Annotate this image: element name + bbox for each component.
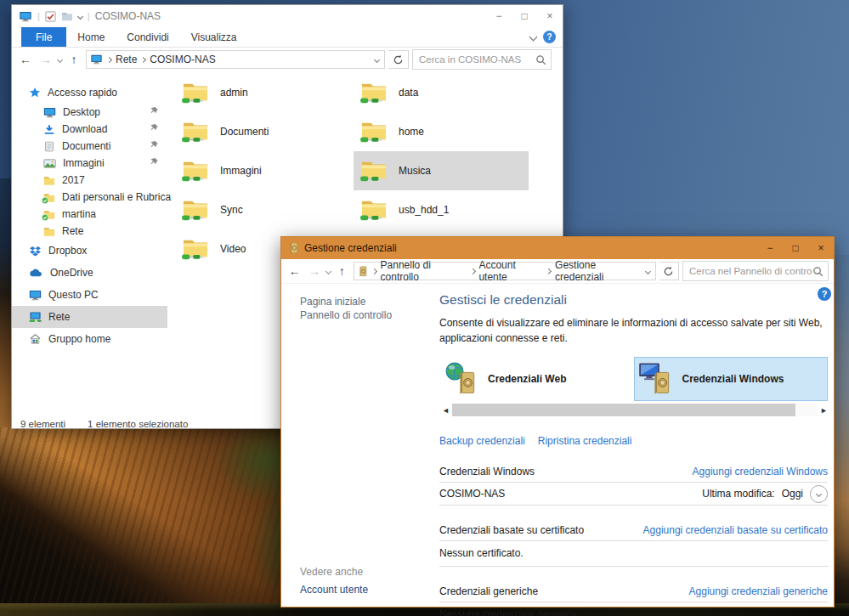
section-title: Credenziali basate su certificato [439, 524, 584, 536]
sidebar-item-dati-personali[interactable]: Dati personali e Rubrica [12, 189, 167, 206]
refresh-icon [663, 266, 674, 277]
forward-button: → [306, 264, 322, 278]
folder-item-immagini[interactable]: Immagini [175, 151, 350, 190]
up-button[interactable]: ↑ [65, 53, 82, 66]
search-input[interactable]: Cerca nel Pannello di controllo [682, 261, 829, 281]
web-credentials-icon [444, 360, 481, 398]
help-icon[interactable]: ? [543, 31, 556, 43]
credential-manager-icon [288, 242, 299, 254]
page-title: Gestisci le credenziali [439, 292, 828, 308]
page-description: Consente di visualizzare ed eliminare le… [439, 315, 828, 346]
breadcrumb-item-account-utente[interactable]: Account utente [478, 259, 542, 283]
pin-icon [150, 123, 159, 133]
sidebar-item-dropbox[interactable]: Dropbox [12, 240, 167, 262]
properties-checkbox-icon[interactable] [45, 11, 56, 22]
sidebar-item-desktop[interactable]: Desktop [12, 104, 167, 121]
breadcrumb[interactable]: Rete COSIMO-NAS [86, 50, 385, 69]
explorer-titlebar[interactable]: | | COSIMO-NAS − □ × [12, 5, 563, 27]
modified-label: Ultima modifica: [702, 488, 774, 500]
dropbox-icon [29, 246, 42, 257]
backup-credentials-link[interactable]: Backup credenziali [439, 435, 525, 447]
search-placeholder: Cerca nel Pannello di controllo [683, 266, 812, 276]
control-panel-icon [358, 266, 368, 277]
folder-item-sync[interactable]: Sync [175, 190, 350, 229]
add-certificate-credential-link[interactable]: Aggiungi credenziali basate su certifica… [643, 524, 828, 536]
back-button[interactable]: ← [286, 264, 303, 278]
window-title: COSIMO-NAS [95, 10, 161, 22]
close-button[interactable]: × [537, 5, 563, 27]
minimize-button[interactable]: − [757, 237, 783, 259]
credential-type-tiles: Credenziali Web Credenziali Windows [439, 357, 828, 401]
add-windows-credential-link[interactable]: Aggiungi credenziali Windows [693, 466, 828, 478]
windows-credentials-tile[interactable]: Credenziali Windows [634, 357, 829, 401]
recent-locations-chevron-icon[interactable] [325, 268, 331, 274]
expand-ribbon-chevron-icon[interactable] [524, 27, 543, 47]
folder-item-data[interactable]: data [354, 73, 529, 112]
sidebar-item-accesso-rapido[interactable]: Accesso rapido [12, 82, 167, 104]
network-folder-icon [359, 80, 388, 105]
breadcrumb-item-pannello[interactable]: Pannello di controllo [381, 259, 467, 283]
folder-icon [43, 175, 55, 186]
address-dropdown-chevron-icon[interactable] [645, 268, 651, 274]
sidebar-item-martina[interactable]: martina [12, 206, 167, 223]
breadcrumb-item-rete[interactable]: Rete [116, 54, 137, 65]
sidebar-item-rete[interactable]: Rete [12, 306, 167, 328]
folder-item-home[interactable]: home [354, 112, 529, 151]
homegroup-icon [29, 333, 42, 345]
tab-home[interactable]: Home [66, 27, 116, 47]
minimize-button[interactable]: − [486, 5, 512, 27]
maximize-button[interactable]: □ [783, 237, 808, 259]
new-folder-icon[interactable] [61, 11, 73, 21]
scrollbar-thumb[interactable] [452, 404, 795, 416]
network-location-icon [90, 54, 103, 65]
search-input[interactable]: Cerca in COSIMO-NAS [412, 49, 552, 70]
breadcrumb-chevron-icon [546, 268, 552, 274]
control-panel-home-link[interactable]: Pagina iniziale Pannello di controllo [300, 296, 405, 322]
empty-message: Nessun certificato. [439, 541, 828, 566]
search-icon[interactable] [812, 266, 824, 277]
folder-item-usb-hdd-1[interactable]: usb_hdd_1 [354, 190, 529, 229]
certificate-credentials-section: Credenziali basate su certificato Aggiun… [439, 524, 828, 567]
search-icon[interactable] [535, 54, 546, 65]
breadcrumb[interactable]: Pannello di controllo Account utente Ges… [354, 262, 656, 280]
scroll-left-arrow-icon[interactable]: ◄ [439, 403, 452, 417]
credential-row-cosimo-nas[interactable]: COSIMO-NAS Ultima modifica: Oggi [439, 483, 828, 505]
tab-condividi[interactable]: Condividi [116, 27, 179, 47]
qat-customize-chevron-icon[interactable] [77, 13, 83, 19]
address-dropdown-chevron-icon[interactable] [374, 56, 380, 62]
maximize-button[interactable]: □ [512, 5, 537, 27]
breadcrumb-item-gestione-credenziali[interactable]: Gestione credenziali [555, 259, 642, 283]
credential-manager-titlebar[interactable]: Gestione credenziali − □ × [281, 237, 834, 259]
recent-locations-chevron-icon[interactable] [57, 56, 63, 62]
tab-visualizza[interactable]: Visualizza [180, 27, 248, 47]
sidebar-item-questo-pc[interactable]: Questo PC [12, 284, 167, 306]
web-credentials-tile[interactable]: Credenziali Web [439, 357, 634, 401]
expand-credential-button[interactable] [810, 485, 828, 503]
quick-access-toolbar: | | [12, 11, 90, 22]
folder-item-musica-selected[interactable]: Musica [354, 151, 529, 190]
restore-credentials-link[interactable]: Ripristina credenziali [538, 435, 632, 447]
folder-item-documenti[interactable]: Documenti [175, 112, 350, 151]
wallpaper-cliff [0, 427, 286, 616]
pin-icon [150, 157, 159, 167]
sidebar-item-immagini[interactable]: Immagini [12, 155, 167, 172]
close-button[interactable]: × [808, 237, 834, 259]
sidebar-item-onedrive[interactable]: OneDrive [12, 262, 167, 284]
scroll-right-arrow-icon[interactable]: ► [818, 403, 830, 417]
refresh-button[interactable] [659, 262, 679, 280]
refresh-button[interactable] [388, 50, 409, 69]
sidebar-item-documenti[interactable]: Documenti [12, 138, 167, 155]
folder-item-admin[interactable]: admin [175, 73, 350, 112]
account-utente-link[interactable]: Account utente [300, 584, 368, 596]
sidebar-item-gruppo-home[interactable]: Gruppo home [12, 328, 167, 350]
up-button[interactable]: ↑ [334, 264, 350, 278]
sidebar-item-download[interactable]: Download [12, 121, 167, 138]
back-button[interactable]: ← [17, 53, 34, 66]
breadcrumb-item-cosimo-nas[interactable]: COSIMO-NAS [150, 54, 215, 65]
sidebar-item-2017[interactable]: 2017 [12, 172, 167, 189]
items-count: 9 elementi [20, 419, 65, 429]
tab-file[interactable]: File [21, 27, 66, 47]
tiles-horizontal-scrollbar[interactable]: ◄ ► [439, 403, 830, 417]
sidebar-item-rete-folder[interactable]: Rete [12, 223, 167, 240]
add-generic-credential-link[interactable]: Aggiungi credenziali generiche [689, 585, 828, 597]
